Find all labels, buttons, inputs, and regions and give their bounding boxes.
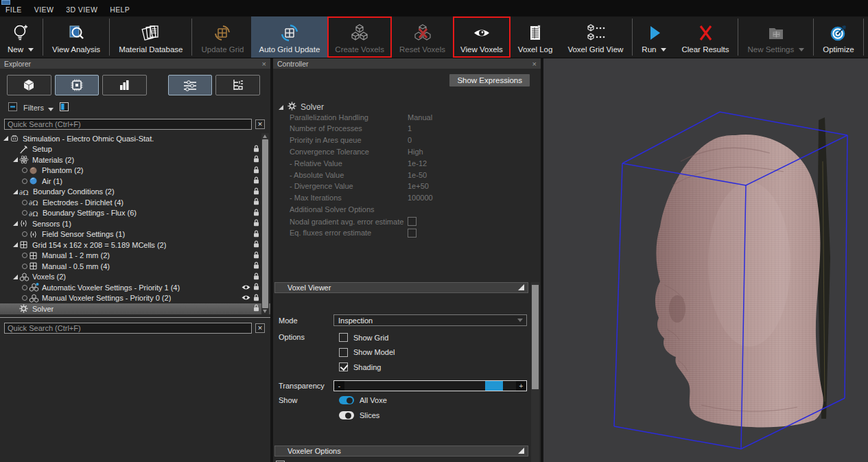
radio-icon[interactable]	[22, 253, 27, 258]
tree-item-boundary-conditions-2[interactable]: ∂ΩBoundary Conditions (2)	[0, 187, 270, 198]
chevron-down-icon[interactable]	[661, 48, 666, 51]
checkbox-nodal-gradient-avg-error-estimate[interactable]	[408, 217, 417, 226]
toolbar-button-run[interactable]: Run	[634, 16, 674, 58]
toolbar-button-sweep[interactable]: Sweep	[865, 16, 868, 58]
scrollbar-thumb[interactable]	[262, 139, 268, 308]
tree-item-boundary-settings-flux-6[interactable]: ∂ΩBoundary Settings - Flux (6)	[0, 208, 270, 219]
lock-icon[interactable]	[253, 230, 259, 239]
slider-plus-button[interactable]: +	[516, 381, 526, 391]
chevron-down-icon[interactable]	[799, 48, 804, 51]
tree-item-setup[interactable]: Setup	[0, 144, 270, 155]
checkbox-show-grid[interactable]	[339, 333, 348, 342]
scroll-down-icon[interactable]	[263, 310, 267, 313]
explorer-view-button-cube[interactable]	[7, 75, 51, 95]
tree-item-materials-2[interactable]: Materials (2)	[0, 154, 270, 165]
explorer-search-input[interactable]	[4, 119, 252, 130]
tree-scrollbar[interactable]	[261, 133, 269, 314]
expander-icon[interactable]	[3, 136, 8, 141]
slider-minus-button[interactable]: -	[334, 381, 344, 391]
toolbar-button-view-voxels[interactable]: View Voxels	[453, 16, 511, 58]
show-expressions-button[interactable]: Show Expressions	[449, 74, 530, 86]
visibility-eye-icon[interactable]	[242, 284, 250, 292]
explorer-view-button-bars[interactable]	[102, 75, 147, 95]
lock-icon[interactable]	[253, 155, 259, 164]
lock-icon[interactable]	[253, 273, 259, 281]
checkbox-eq-fluxes-error-estimate[interactable]	[408, 229, 417, 238]
filters-label[interactable]: Filters	[23, 104, 44, 112]
tree-item-stimulation-electro-ohmic-quasi-stat[interactable]: Stimulation - Electro Ohmic Quasi-Stat.	[0, 133, 270, 144]
explorer-view-button-treeview[interactable]	[215, 75, 260, 95]
tree-item-voxels-2[interactable]: Voxels (2)	[0, 272, 270, 283]
chevron-down-icon[interactable]	[28, 48, 34, 51]
radio-icon[interactable]	[22, 285, 27, 290]
transparency-slider[interactable]: - +	[333, 380, 527, 391]
filters-dropdown-caret-icon[interactable]	[48, 108, 54, 111]
lock-icon[interactable]	[253, 209, 259, 218]
lock-icon[interactable]	[253, 166, 259, 175]
expander-icon[interactable]	[13, 275, 18, 279]
lock-icon[interactable]	[253, 304, 259, 313]
solver-expander-icon[interactable]	[279, 105, 283, 110]
expander-icon[interactable]	[13, 157, 18, 162]
search-clear-button-bottom[interactable]: ✕	[255, 323, 265, 333]
toggle-slices[interactable]	[339, 411, 354, 419]
scroll-up-icon[interactable]	[263, 135, 267, 138]
visibility-eye-icon[interactable]	[242, 294, 250, 302]
menu-help[interactable]: HELP	[110, 5, 130, 14]
explorer-close-icon[interactable]: ×	[262, 60, 266, 67]
expander-icon[interactable]	[13, 221, 18, 226]
explorer-view-button-chip[interactable]	[55, 75, 99, 95]
radio-icon[interactable]	[22, 295, 27, 301]
toolbar-button-material-database[interactable]: Material Database	[111, 16, 190, 58]
toolbar-button-auto-grid-update[interactable]: Auto Grid Update	[251, 16, 327, 58]
toolbar-button-clear-results[interactable]: Clear Results	[674, 16, 736, 58]
toolbar-button-new[interactable]: New	[0, 16, 41, 58]
mode-dropdown[interactable]: Inspection	[333, 314, 527, 326]
radio-icon[interactable]	[22, 264, 27, 269]
explorer-search-input-bottom[interactable]	[4, 323, 252, 334]
voxeler-options-section-header[interactable]: Voxeler Options	[274, 446, 528, 457]
lock-icon[interactable]	[253, 283, 259, 292]
lock-icon[interactable]	[253, 240, 259, 249]
voxel-viewer-section-header[interactable]: Voxel Viewer	[274, 282, 528, 293]
lock-icon[interactable]	[253, 251, 259, 260]
tree-item-grid-154-x-162-x-208-5-189-mcells-2[interactable]: Grid 154 x 162 x 208 = 5.189 MCells (2)	[0, 240, 270, 251]
tree-item-electrodes-dirichlet-4[interactable]: ∂ΩElectrodes - Dirichlet (4)	[0, 197, 270, 208]
menu-view[interactable]: VIEW	[34, 5, 54, 14]
checkbox-show-model[interactable]	[339, 348, 348, 357]
lock-icon[interactable]	[253, 294, 259, 303]
toolbar-button-voxel-grid-view[interactable]: Voxel Grid View	[560, 16, 631, 58]
filters-indeterminate-checkbox[interactable]	[8, 102, 17, 114]
explorer-view-button-sliders[interactable]	[168, 75, 213, 95]
toggle-all-voxe[interactable]	[339, 396, 354, 404]
expander-icon[interactable]	[13, 242, 18, 247]
toolbar-button-optimize[interactable]: Optimize	[815, 16, 861, 58]
tree-item-air-1[interactable]: Air (1)	[0, 176, 270, 187]
menu-file[interactable]: FILE	[5, 5, 22, 14]
controller-close-icon[interactable]: ×	[532, 60, 537, 67]
split-view-icon[interactable]	[60, 102, 69, 114]
radio-icon[interactable]	[22, 200, 27, 205]
lock-icon[interactable]	[253, 198, 259, 207]
tree-item-phantom-2[interactable]: Phantom (2)	[0, 165, 270, 176]
slider-handle[interactable]	[485, 381, 503, 391]
lock-icon[interactable]	[253, 176, 259, 185]
tree-item-manual-voxeler-settings-priority-0-2[interactable]: Manual Voxeler Settings - Priority 0 (2)	[0, 293, 270, 304]
checkbox-shading[interactable]	[339, 362, 348, 371]
toolbar-button-voxel-log[interactable]: Voxel Log	[511, 16, 561, 58]
lock-icon[interactable]	[253, 187, 259, 196]
radio-icon[interactable]	[22, 168, 27, 173]
tree-item-field-sensor-settings-1[interactable]: Field Sensor Settings (1)	[0, 229, 270, 240]
tree-item-solver[interactable]: Solver	[0, 303, 270, 314]
tree-item-manual-0-5-mm-4[interactable]: Manual - 0.5 mm (4)	[0, 261, 270, 272]
radio-icon[interactable]	[22, 178, 27, 184]
lock-icon[interactable]	[253, 219, 259, 228]
search-clear-button[interactable]: ✕	[255, 119, 265, 129]
tree-item-sensors-1[interactable]: Sensors (1)	[0, 218, 270, 229]
lock-icon[interactable]	[253, 145, 259, 154]
menu-3d-view[interactable]: 3D VIEW	[66, 5, 97, 14]
expander-icon[interactable]	[13, 189, 18, 194]
radio-icon[interactable]	[22, 231, 27, 237]
viewport-3d[interactable]	[543, 58, 868, 462]
tree-item-automatic-voxeler-settings-priority-1-4[interactable]: Automatic Voxeler Settings - Priority 1 …	[0, 282, 270, 293]
